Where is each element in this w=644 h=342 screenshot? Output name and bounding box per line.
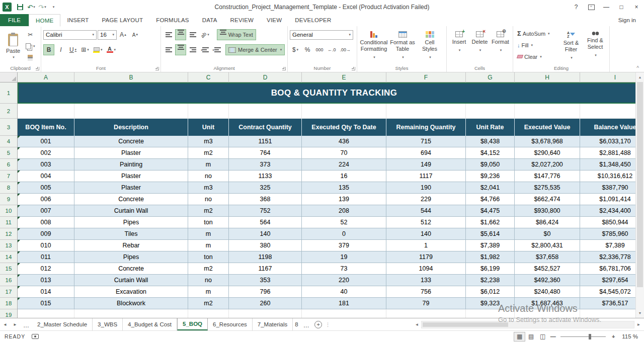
zoom-level[interactable]: 115 % xyxy=(618,333,644,339)
increase-decimal-button[interactable]: ←.0 xyxy=(326,44,338,55)
header-cell-F3[interactable]: Remaining Quantity xyxy=(386,119,466,136)
cell-C9[interactable]: no xyxy=(188,194,229,205)
cell-I7[interactable]: $10,316,612 xyxy=(580,170,635,182)
cell-G11[interactable]: $1,662 xyxy=(466,217,515,228)
sheet-tab-3_wbs[interactable]: 3_WBS xyxy=(93,318,123,330)
ribbon-tab-view[interactable]: VIEW xyxy=(260,14,288,26)
cell-B5[interactable]: Plaster xyxy=(74,147,188,159)
cell-A15[interactable]: 012 xyxy=(18,263,74,275)
cell-E6[interactable]: 224 xyxy=(302,159,386,170)
cell-I6[interactable]: $1,348,450 xyxy=(580,159,635,170)
find-select-button[interactable]: Find & Select ▾ xyxy=(583,28,607,65)
cell-styles-button[interactable]: Cell Styles ▾ xyxy=(417,28,443,65)
row-header-15[interactable]: 15 xyxy=(0,263,17,275)
row-header-7[interactable]: 7 xyxy=(0,170,17,182)
row-header-16[interactable]: 16 xyxy=(0,275,17,286)
cell-I19[interactable] xyxy=(580,309,635,318)
cell-I17[interactable]: $4,545,072 xyxy=(580,286,635,298)
decrease-decimal-button[interactable]: .00→ xyxy=(339,44,353,55)
sheet-nav-left-icon[interactable]: ◄ xyxy=(0,318,10,330)
cell-D7[interactable]: 1133 xyxy=(229,170,302,182)
number-dialog-launcher-icon[interactable] xyxy=(352,67,355,70)
bold-button[interactable]: B xyxy=(43,44,54,55)
cell-C19[interactable] xyxy=(188,309,229,318)
format-cells-button[interactable]: ⚙ Format ▾ xyxy=(490,28,511,65)
conditional-formatting-button[interactable]: Conditional Formatting ▾ xyxy=(359,28,388,65)
delete-cells-button[interactable]: × Delete ▾ xyxy=(469,28,490,65)
cell-I2[interactable] xyxy=(580,104,635,119)
insert-cells-button[interactable]: + Insert ▾ xyxy=(449,28,469,65)
cell-B14[interactable]: Pipes xyxy=(74,251,188,263)
row-header-1[interactable]: 1 xyxy=(0,82,17,104)
cell-G7[interactable]: $9,236 xyxy=(466,170,515,182)
cell-C5[interactable]: m2 xyxy=(188,147,229,159)
cell-E5[interactable]: 70 xyxy=(302,147,386,159)
row-header-3[interactable]: 3 xyxy=(0,119,17,136)
maximize-button[interactable]: □ xyxy=(614,0,629,14)
cell-D5[interactable]: 764 xyxy=(229,147,302,159)
sheet-tab-6_resources[interactable]: 6_Resources xyxy=(208,318,253,330)
cell-D6[interactable]: 373 xyxy=(229,159,302,170)
cell-I16[interactable]: $297,654 xyxy=(580,275,635,286)
row-header-14[interactable]: 14 xyxy=(0,251,17,263)
ribbon-tab-review[interactable]: REVIEW xyxy=(224,14,261,26)
cell-H5[interactable]: $290,640 xyxy=(515,147,580,159)
cell-B19[interactable] xyxy=(74,309,188,318)
cell-A12[interactable]: 009 xyxy=(18,228,74,240)
sheet-tab-7_materials[interactable]: 7_Materials xyxy=(253,318,293,330)
cell-A16[interactable]: 013 xyxy=(18,275,74,286)
cell-C13[interactable]: m xyxy=(188,240,229,251)
cell-G5[interactable]: $4,152 xyxy=(466,147,515,159)
percent-style-button[interactable]: % xyxy=(302,44,313,55)
header-cell-G3[interactable]: Unit Rate xyxy=(466,119,515,136)
cell-B17[interactable]: Excavation xyxy=(74,286,188,298)
cell-B7[interactable]: Plaster xyxy=(74,170,188,182)
cell-F12[interactable]: 140 xyxy=(386,228,466,240)
italic-button[interactable]: I xyxy=(55,44,66,55)
cell-G15[interactable]: $6,199 xyxy=(466,263,515,275)
cell-A19[interactable] xyxy=(18,309,74,318)
header-cell-B3[interactable]: Description xyxy=(74,119,188,136)
align-middle-button[interactable] xyxy=(175,29,186,40)
cell-B9[interactable]: Concrete xyxy=(74,194,188,205)
cell-I13[interactable]: $7,389 xyxy=(580,240,635,251)
sign-in-link[interactable]: Sign in xyxy=(618,14,644,26)
ribbon-tab-page-layout[interactable]: PAGE LAYOUT xyxy=(96,14,150,26)
cell-B13[interactable]: Rebar xyxy=(74,240,188,251)
header-cell-E3[interactable]: Executed Qty To Date xyxy=(302,119,386,136)
cell-H19[interactable] xyxy=(515,309,580,318)
cell-A10[interactable]: 007 xyxy=(18,205,74,217)
ribbon-display-options-button[interactable]: ^ xyxy=(584,0,599,14)
collapse-ribbon-icon[interactable]: ^ xyxy=(636,65,639,71)
fill-color-button[interactable]: ▾ xyxy=(92,44,104,55)
cell-H13[interactable]: $2,800,431 xyxy=(515,240,580,251)
cell-B18[interactable]: Blockwork xyxy=(74,298,188,309)
cell-I9[interactable]: $1,091,414 xyxy=(580,194,635,205)
row-header-17[interactable]: 17 xyxy=(0,286,17,298)
format-painter-button[interactable] xyxy=(24,52,37,63)
fill-button[interactable]: ↓Fill▾ xyxy=(515,40,559,50)
cell-H15[interactable]: $452,527 xyxy=(515,263,580,275)
sheet-overflow-left[interactable]: … xyxy=(20,318,32,330)
cell-F2[interactable] xyxy=(386,104,466,119)
merged-title-cell[interactable]: BOQ & QUANTITY TRACKING xyxy=(18,82,635,104)
cell-B16[interactable]: Curtain Wall xyxy=(74,275,188,286)
vertical-scrollbar[interactable]: ▲ ▼ xyxy=(635,72,644,318)
cell-G14[interactable]: $1,982 xyxy=(466,251,515,263)
cell-F5[interactable]: 694 xyxy=(386,147,466,159)
ribbon-tab-developer[interactable]: DEVELOPER xyxy=(288,14,338,26)
cell-A2[interactable] xyxy=(18,104,74,119)
cell-F8[interactable]: 190 xyxy=(386,182,466,194)
wrap-text-button[interactable]: Wrap Text xyxy=(217,29,256,40)
cell-G17[interactable]: $6,012 xyxy=(466,286,515,298)
cell-C7[interactable]: no xyxy=(188,170,229,182)
font-color-button[interactable]: A▾ xyxy=(105,44,118,55)
row-header-10[interactable]: 10 xyxy=(0,205,17,217)
cell-D13[interactable]: 380 xyxy=(229,240,302,251)
column-header-A[interactable]: A xyxy=(18,72,74,82)
excel-logo-icon[interactable]: X xyxy=(3,3,12,12)
cell-G2[interactable] xyxy=(466,104,515,119)
font-size-combobox[interactable]: 16▾ xyxy=(98,30,117,40)
cell-A4[interactable]: 001 xyxy=(18,136,74,147)
cut-button[interactable]: ✂ xyxy=(24,29,37,40)
